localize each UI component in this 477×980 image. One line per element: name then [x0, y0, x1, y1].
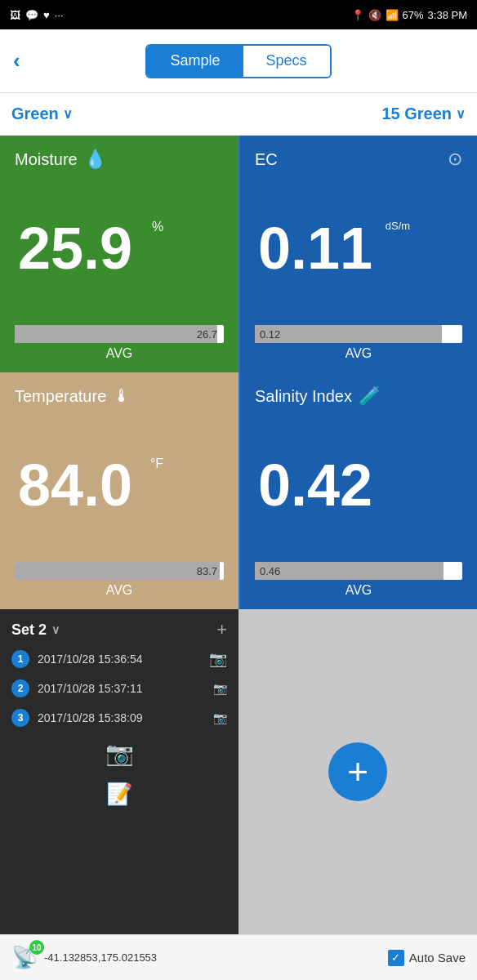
- gps-badge: 10: [29, 940, 44, 955]
- gps-section: 📡 10 -41.132853,175.021553: [11, 945, 157, 970]
- status-left: 🖼 💬 ♥ ···: [10, 9, 64, 21]
- item-timestamp-2: 2017/10/28 15:37:11: [38, 682, 205, 695]
- green15-filter-button[interactable]: 15 Green ∨: [381, 105, 466, 123]
- moisture-avg-bar: 26.7: [15, 325, 224, 343]
- ec-avg-value: 0.12: [260, 328, 280, 341]
- salinity-avg-label: AVG: [255, 583, 462, 598]
- green-filter-button[interactable]: Green ∨: [11, 105, 73, 123]
- ec-value-area: 0.11 dS/m: [255, 178, 462, 318]
- moisture-avg-section: 26.7 AVG: [15, 325, 224, 361]
- temperature-value: 84.0 °F: [18, 456, 132, 514]
- more-icon: ···: [55, 9, 64, 21]
- camera-icon-1[interactable]: 📷: [209, 650, 227, 668]
- ec-unit: dS/m: [386, 220, 410, 231]
- salinity-avg-fill: [255, 562, 444, 580]
- item-timestamp-1: 2017/10/28 15:36:54: [38, 653, 201, 666]
- photo-icon: 🖼: [10, 9, 20, 21]
- set-chevron-icon[interactable]: ∨: [51, 623, 60, 636]
- auto-save-checkbox[interactable]: ✓: [388, 950, 404, 966]
- metrics-grid: Moisture 💧 25.9 % 26.7 AVG EC ⊙ 0.11 dS/…: [0, 136, 477, 609]
- tab-specs[interactable]: Specs: [243, 46, 330, 77]
- bottom-bar: 📡 10 -41.132853,175.021553 ✓ Auto Save: [0, 934, 477, 980]
- bottom-section: Set 2 ∨ + 1 2017/10/28 15:36:54 📷 2 2017…: [0, 609, 477, 934]
- set-plus-button[interactable]: +: [216, 619, 227, 640]
- moisture-label: Moisture: [15, 150, 78, 169]
- temperature-avg-value: 83.7: [197, 565, 217, 577]
- salinity-label: Salinity Index: [255, 387, 352, 406]
- moisture-avg-label: AVG: [15, 346, 224, 361]
- salinity-avg-bar: 0.46: [255, 562, 462, 580]
- ec-title: EC ⊙: [255, 149, 462, 170]
- moisture-value: 25.9 %: [18, 219, 132, 278]
- salinity-value-area: 0.42: [255, 415, 462, 555]
- temperature-avg-bar: 83.7: [15, 562, 224, 580]
- temperature-unit: °F: [150, 457, 163, 470]
- item-number-3: 3: [11, 709, 29, 727]
- temperature-avg-fill: [15, 562, 220, 580]
- salinity-value: 0.42: [258, 456, 372, 514]
- message-icon: 💬: [25, 9, 38, 21]
- salinity-card: Salinity Index 🧪 0.42 0.46 AVG: [238, 372, 477, 609]
- green15-chevron-icon: ∨: [456, 106, 466, 122]
- item-number-2: 2: [11, 679, 29, 697]
- camera-icon-3[interactable]: 📷: [213, 711, 227, 724]
- add-panel: +: [238, 609, 477, 934]
- header: ‹ Sample Specs: [0, 29, 477, 93]
- ec-settings-icon[interactable]: ⊙: [448, 149, 462, 170]
- temperature-icon: 🌡: [113, 385, 131, 407]
- list-item: 3 2017/10/28 15:38:09 📷: [11, 709, 227, 727]
- auto-save-label: Auto Save: [409, 951, 466, 964]
- item-timestamp-3: 2017/10/28 15:38:09: [38, 711, 205, 724]
- salinity-avg-section: 0.46 AVG: [255, 562, 462, 598]
- temperature-avg-section: 83.7 AVG: [15, 562, 224, 598]
- back-button[interactable]: ‹: [13, 48, 20, 74]
- status-bar: 🖼 💬 ♥ ··· 📍 🔇 📶 67% 3:38 PM: [0, 0, 477, 29]
- green-label: Green: [11, 105, 59, 123]
- time-display: 3:38 PM: [428, 9, 467, 21]
- moisture-card: Moisture 💧 25.9 % 26.7 AVG: [0, 136, 238, 372]
- list-item: 2 2017/10/28 15:37:11 📷: [11, 679, 227, 697]
- moisture-value-area: 25.9 %: [15, 178, 224, 318]
- set-header: Set 2 ∨ +: [11, 619, 227, 640]
- list-item: 1 2017/10/28 15:36:54 📷: [11, 650, 227, 668]
- heart-icon: ♥: [43, 9, 50, 21]
- auto-save-section: ✓ Auto Save: [388, 950, 466, 966]
- add-button[interactable]: +: [328, 742, 387, 801]
- salinity-avg-value: 0.46: [260, 565, 280, 577]
- set-title: Set 2 ∨: [11, 621, 60, 639]
- moisture-title: Moisture 💧: [15, 149, 224, 170]
- set-title-label: Set 2: [11, 621, 47, 639]
- large-camera-icon[interactable]: 📷: [105, 740, 134, 767]
- temperature-avg-label: AVG: [15, 583, 224, 598]
- status-right: 📍 🔇 📶 67% 3:38 PM: [351, 9, 467, 21]
- ec-card: EC ⊙ 0.11 dS/m 0.12 AVG: [238, 136, 477, 372]
- temperature-value-area: 84.0 °F: [15, 415, 224, 555]
- edit-icon[interactable]: 📝: [106, 782, 132, 807]
- ec-avg-bar: 0.12: [255, 325, 462, 343]
- moisture-unit: %: [152, 220, 163, 234]
- segmented-control: Sample Specs: [145, 44, 331, 78]
- item-number-1: 1: [11, 650, 29, 668]
- salinity-title: Salinity Index 🧪: [255, 385, 462, 407]
- wifi-icon: 📶: [386, 9, 399, 21]
- salinity-settings-icon[interactable]: 🧪: [359, 385, 381, 407]
- temperature-card: Temperature 🌡 84.0 °F 83.7 AVG: [0, 372, 238, 609]
- location-icon: 📍: [351, 9, 364, 21]
- temperature-title: Temperature 🌡: [15, 385, 224, 407]
- set-panel: Set 2 ∨ + 1 2017/10/28 15:36:54 📷 2 2017…: [0, 609, 238, 934]
- moisture-avg-value: 26.7: [197, 328, 217, 341]
- moisture-icon: 💧: [84, 149, 106, 170]
- moisture-avg-fill: [15, 325, 217, 343]
- green-chevron-icon: ∨: [63, 106, 73, 122]
- mute-icon: 🔇: [368, 9, 381, 21]
- ec-avg-label: AVG: [255, 346, 462, 361]
- gps-coordinates: -41.132853,175.021553: [44, 951, 157, 964]
- tab-sample[interactable]: Sample: [147, 46, 243, 77]
- ec-avg-fill: [255, 325, 442, 343]
- camera-icon-2[interactable]: 📷: [213, 682, 227, 695]
- filter-row: Green ∨ 15 Green ∨: [0, 93, 477, 136]
- temperature-label: Temperature: [15, 387, 106, 406]
- ec-label: EC: [255, 150, 278, 169]
- gps-icon-wrap: 📡 10: [11, 945, 38, 970]
- green15-label: 15 Green: [381, 105, 452, 123]
